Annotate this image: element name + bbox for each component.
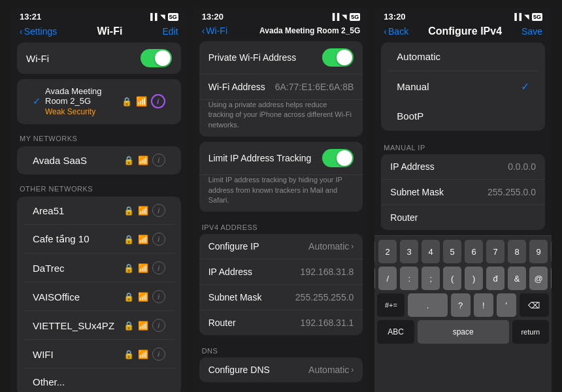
manual-ip-header: MANUAL IP: [374, 137, 552, 154]
info-button-cafe[interactable]: i: [152, 233, 165, 246]
ipv4-block: Configure IP Automatic › IP Address 192.…: [199, 234, 363, 335]
ip-address-label-3: IP Address: [390, 161, 434, 172]
info-button-connected[interactable]: i: [151, 94, 165, 108]
info-button-wifi[interactable]: i: [152, 348, 165, 361]
router-label-3: Router: [390, 212, 418, 223]
key-3[interactable]: 3: [400, 240, 418, 263]
status-bar-2: 13:20 ▐▐ ◥ 5G: [193, 8, 370, 23]
limit-tracking-toggle[interactable]: [322, 149, 354, 167]
status-bar-1: 13:21 ▐▐ ◥ 5G: [10, 8, 188, 23]
status-icons-3: ▐▐ ◥ 5G: [512, 13, 542, 21]
automatic-label: Automatic: [397, 51, 440, 62]
back-button-1[interactable]: ‹ Settings: [20, 26, 57, 37]
key-slash[interactable]: /: [378, 267, 397, 290]
subnet-mask-value-2: 255.255.255.0: [295, 292, 354, 302]
key-at[interactable]: @: [529, 267, 548, 290]
subnet-field[interactable]: Subnet Mask 255.255.0.0: [381, 180, 545, 205]
key-4[interactable]: 4: [422, 240, 440, 263]
router-value-2: 192.168.31.1: [301, 318, 354, 328]
network-area51[interactable]: Area51 🔒 📶 i: [24, 197, 174, 225]
key-5[interactable]: 5: [443, 240, 461, 263]
ipv4-header: IPv4 ADDRESS: [193, 217, 370, 234]
connected-net-name: Avada Meeting Room 2_5G: [45, 86, 122, 106]
wifi-toggle-row: Wi-Fi: [17, 42, 181, 74]
lock-icon: 🔒: [122, 97, 132, 106]
key-symbols[interactable]: #+=: [377, 293, 405, 317]
option-manual[interactable]: Manual ✓: [388, 72, 538, 101]
network-cafe[interactable]: Cafe tầng 10 🔒 📶 i: [24, 225, 174, 253]
key-dong[interactable]: đ: [486, 267, 504, 290]
lock-icon: 🔒: [124, 263, 134, 273]
key-question[interactable]: ?: [451, 293, 471, 317]
key-colon[interactable]: :: [400, 267, 418, 290]
network-viettel[interactable]: VIETTEL_SUx4PZ 🔒 📶 i: [24, 312, 174, 340]
option-bootp[interactable]: BootP: [388, 102, 538, 130]
network-vaisoffice[interactable]: VAISOffice 🔒 📶 i: [24, 283, 174, 311]
key-exclaim[interactable]: !: [474, 293, 493, 317]
configure-ip-value: Automatic: [308, 241, 349, 252]
wifi-label: Wi-Fi: [26, 53, 49, 64]
key-semicolon[interactable]: ;: [422, 267, 440, 290]
key-6[interactable]: 6: [465, 240, 483, 263]
key-8[interactable]: 8: [508, 240, 526, 263]
back-button-3[interactable]: ‹ Back: [384, 26, 408, 37]
key-lparen[interactable]: (: [443, 267, 461, 290]
backspace-key[interactable]: ⌫: [520, 293, 549, 317]
back-button-2[interactable]: ‹ Wi-Fi: [202, 25, 227, 36]
avada-saas-label: Avada SaaS: [33, 155, 124, 166]
lock-icon: 🔒: [124, 350, 134, 359]
weak-security-label: Weak Security: [45, 107, 122, 116]
other-networks-header: OTHER NETWORKS: [10, 176, 188, 197]
net-cafe-label: Cafe tầng 10: [33, 233, 124, 245]
key-7[interactable]: 7: [486, 240, 504, 263]
key-quote[interactable]: ": [551, 267, 552, 290]
wifi-address-label: Wi-Fi Address: [208, 82, 265, 92]
limit-tracking-label: Limit IP Address Tracking: [208, 153, 312, 163]
private-wifi-toggle[interactable]: [322, 48, 354, 67]
subnet-mask-value-3: 255.255.0.0: [488, 187, 536, 197]
info-button-vaisoffice[interactable]: i: [152, 290, 165, 303]
key-minus[interactable]: -: [374, 267, 375, 290]
key-rparen[interactable]: ): [465, 267, 483, 290]
wifi-address-row: Wi-Fi Address 6A:77:E1:6E:6A:8B: [199, 74, 363, 100]
info-button-saas[interactable]: i: [152, 154, 165, 167]
lock-icon-saas: 🔒: [124, 155, 134, 165]
info-button-viettel[interactable]: i: [152, 319, 165, 332]
info-button-area51[interactable]: i: [152, 204, 165, 217]
space-key[interactable]: space: [418, 320, 509, 344]
configure-dns-row[interactable]: Configure DNS Automatic ›: [199, 357, 363, 382]
status-bar-3: 13:20 ▐▐ ◥ 5G: [374, 8, 552, 23]
avada-saas-row[interactable]: Avada SaaS 🔒 📶 i: [24, 146, 174, 174]
avada-saas-icons: 🔒 📶 i: [124, 154, 165, 167]
ip-address-row: IP Address 192.168.31.8: [199, 259, 363, 285]
option-automatic[interactable]: Automatic: [388, 42, 538, 71]
key-abc[interactable]: ABC: [377, 320, 414, 344]
connected-network-row[interactable]: ✓ Avada Meeting Room 2_5G Weak Security …: [24, 79, 174, 123]
key-amp[interactable]: &: [508, 267, 526, 290]
return-key[interactable]: return: [512, 320, 549, 344]
key-apostrophe[interactable]: ': [497, 293, 516, 317]
key-0[interactable]: 0: [551, 240, 552, 263]
other-networks-group: Area51 🔒 📶 i Cafe tầng 10 🔒 📶 i: [17, 197, 181, 392]
key-9[interactable]: 9: [529, 240, 548, 263]
key-dot[interactable]: .: [408, 293, 447, 317]
ip-field[interactable]: IP Address 0.0.0.0: [381, 154, 545, 180]
phone-1: 13:21 ▐▐ ◥ 5G ‹ Settings Wi-Fi Edit Wi-F…: [10, 8, 188, 392]
bootp-label: BootP: [397, 110, 423, 122]
network-other[interactable]: Other...: [24, 369, 174, 392]
key-2[interactable]: 2: [378, 240, 397, 263]
nav-bar-3: ‹ Back Configure IPv4 Save: [374, 23, 552, 42]
keyboard-row-4: ABC space return: [377, 320, 549, 344]
save-button[interactable]: Save: [521, 26, 542, 37]
key-1[interactable]: 1: [374, 240, 375, 263]
edit-button[interactable]: Edit: [163, 26, 178, 37]
net-icons: 🔒 📶 i: [122, 94, 165, 108]
network-wifi[interactable]: WIFI 🔒 📶 i: [24, 340, 174, 368]
info-button-datrec[interactable]: i: [152, 261, 165, 274]
network-datrec[interactable]: DaTrec 🔒 📶 i: [24, 254, 174, 282]
nav-bar-1: ‹ Settings Wi-Fi Edit: [10, 23, 188, 42]
router-field[interactable]: Router: [381, 205, 545, 230]
lock-icon: 🔒: [124, 292, 134, 302]
wifi-toggle[interactable]: [140, 49, 172, 67]
configure-ip-row[interactable]: Configure IP Automatic ›: [199, 234, 363, 259]
